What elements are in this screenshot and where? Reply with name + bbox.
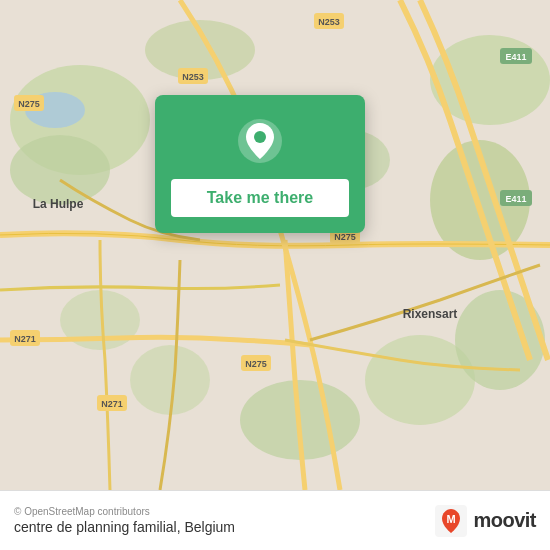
svg-text:N271: N271 <box>14 334 36 344</box>
moovit-logo: M moovit <box>435 505 536 537</box>
moovit-brand-text: moovit <box>473 509 536 532</box>
svg-point-7 <box>130 345 210 415</box>
location-pin-icon <box>236 117 284 165</box>
take-me-there-button[interactable]: Take me there <box>171 179 349 217</box>
svg-point-2 <box>10 135 110 205</box>
svg-text:N253: N253 <box>318 17 340 27</box>
svg-text:M: M <box>447 513 456 525</box>
info-bar: © OpenStreetMap contributors centre de p… <box>0 490 550 550</box>
svg-text:E411: E411 <box>505 52 526 62</box>
map-container: N275 N253 N275 N275 N253 E411 E411 N271 … <box>0 0 550 490</box>
svg-text:N271: N271 <box>101 399 123 409</box>
info-left: © OpenStreetMap contributors centre de p… <box>14 506 235 535</box>
svg-point-36 <box>254 131 266 143</box>
svg-text:N275: N275 <box>245 359 267 369</box>
svg-text:N275: N275 <box>334 232 356 242</box>
svg-text:Rixensart: Rixensart <box>403 307 458 321</box>
svg-text:La Hulpe: La Hulpe <box>33 197 84 211</box>
svg-text:N253: N253 <box>182 72 204 82</box>
location-name: centre de planning familial, Belgium <box>14 519 235 535</box>
svg-text:N275: N275 <box>18 99 40 109</box>
moovit-brand-icon: M <box>435 505 467 537</box>
svg-text:E411: E411 <box>505 194 526 204</box>
copyright-text: © OpenStreetMap contributors <box>14 506 235 517</box>
location-card: Take me there <box>155 95 365 233</box>
